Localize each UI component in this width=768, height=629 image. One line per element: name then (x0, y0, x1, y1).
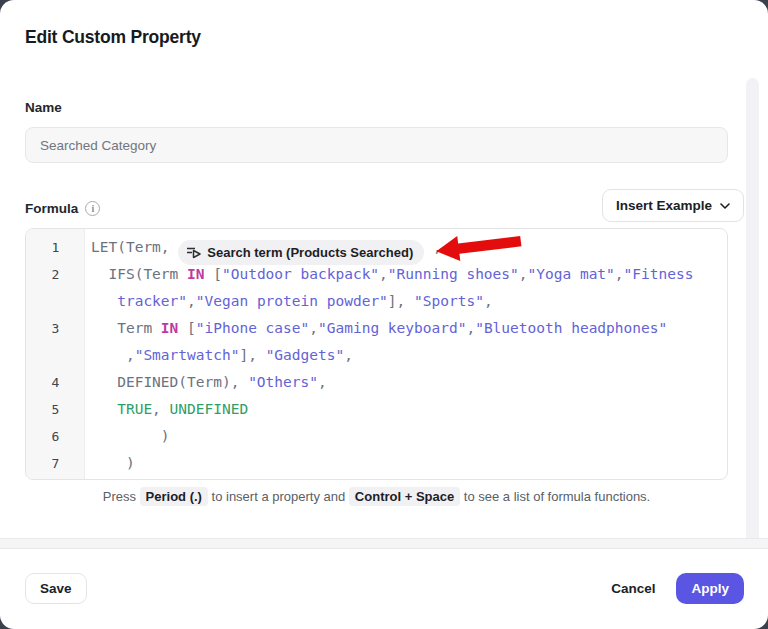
editor-row: 1LET(Term, Search term (Products Searche… (26, 234, 727, 261)
code-segment: ], (388, 293, 414, 309)
code-segment: ) (91, 455, 135, 471)
code-segment: IN (187, 266, 204, 282)
code-line: ) (85, 423, 727, 450)
code-segment: , (152, 401, 169, 417)
kbd-period: Period (.) (140, 487, 208, 506)
hint-suffix: to see a list of formula functions. (460, 489, 650, 504)
code-segment: tracker" (117, 293, 187, 309)
code-segment: , (466, 320, 475, 336)
edit-custom-property-modal: Edit Custom Property Name Formula i Inse… (0, 0, 768, 629)
code-line: TRUE, UNDEFINED (85, 396, 727, 423)
line-number (26, 342, 85, 369)
code-segment: IN (161, 320, 178, 336)
code-segment: UNDEFINED (170, 401, 249, 417)
code-segment (91, 293, 117, 309)
name-label: Name (25, 100, 62, 115)
line-number: 2 (26, 261, 85, 288)
code-segment: "Others" (248, 374, 318, 390)
editor-row: 2 IFS(Term IN ["Outdoor backpack","Runni… (26, 261, 727, 288)
code-segment: "Sports" (414, 293, 484, 309)
editor-hint-text: Press Period (.) to insert a property an… (25, 489, 728, 504)
code-segment: "Vegan protein powder" (196, 293, 388, 309)
code-segment: DEFINED(Term), (91, 374, 248, 390)
code-segment: "Running shoes" (388, 266, 519, 282)
code-segment: ], (239, 347, 265, 363)
line-number: 7 (26, 450, 85, 477)
page-title: Edit Custom Property (25, 27, 201, 48)
line-number (26, 288, 85, 315)
code-segment: , (424, 239, 441, 255)
line-number: 1 (26, 234, 85, 261)
code-segment: "iPhone case" (196, 320, 310, 336)
save-button[interactable]: Save (25, 573, 87, 604)
code-line: LET(Term, Search term (Products Searched… (85, 234, 727, 261)
line-number: 4 (26, 369, 85, 396)
code-segment: IFS(Term (91, 266, 187, 282)
code-line: tracker","Vegan protein powder"], "Sport… (85, 288, 727, 315)
code-segment: , (379, 266, 388, 282)
editor-row: 5 TRUE, UNDEFINED (26, 396, 727, 423)
line-number: 5 (26, 396, 85, 423)
code-line: DEFINED(Term), "Others", (85, 369, 727, 396)
code-segment: "Outdoor backpack" (222, 266, 379, 282)
kbd-control-space: Control + Space (349, 487, 460, 506)
code-segment: , (91, 347, 135, 363)
footer-divider (0, 538, 768, 549)
code-line: ,"Smartwatch"], "Gadgets", (85, 342, 727, 369)
vertical-scrollbar[interactable] (746, 78, 759, 544)
editor-row: 6 ) (26, 423, 727, 450)
code-segment: , (484, 293, 493, 309)
code-segment: [ (205, 266, 222, 282)
code-segment: [ (178, 320, 195, 336)
code-line: Term IN ["iPhone case","Gaming keyboard"… (85, 315, 727, 342)
line-number: 6 (26, 423, 85, 450)
editor-row: tracker","Vegan protein powder"], "Sport… (26, 288, 727, 315)
editor-rows: 1LET(Term, Search term (Products Searche… (26, 234, 727, 477)
code-segment: , (187, 293, 196, 309)
code-segment: Term (91, 320, 161, 336)
apply-button[interactable]: Apply (676, 573, 744, 604)
code-segment: "Bluetooth headphones" (475, 320, 667, 336)
hint-prefix: Press (103, 489, 140, 504)
code-segment: "Gadgets" (266, 347, 345, 363)
code-line: ) (85, 450, 727, 477)
cancel-button[interactable]: Cancel (611, 581, 655, 596)
code-segment: "Fitness (624, 266, 694, 282)
formula-label: Formula (25, 201, 78, 216)
code-segment: , (344, 347, 353, 363)
editor-row: ,"Smartwatch"], "Gadgets", (26, 342, 727, 369)
insert-example-label: Insert Example (616, 198, 712, 213)
code-segment: , (318, 374, 327, 390)
editor-row: 4 DEFINED(Term), "Others", (26, 369, 727, 396)
chevron-down-icon (720, 203, 730, 209)
code-segment: ) (91, 428, 170, 444)
formula-editor[interactable]: 1LET(Term, Search term (Products Searche… (25, 228, 728, 480)
code-segment: , (519, 266, 528, 282)
insert-example-button[interactable]: Insert Example (602, 189, 744, 222)
editor-row: 7 ) (26, 450, 727, 477)
hint-middle: to insert a property and (208, 489, 349, 504)
line-number: 3 (26, 315, 85, 342)
code-segment: TRUE (91, 401, 152, 417)
code-segment: , (615, 266, 624, 282)
code-segment: "Smartwatch" (135, 347, 240, 363)
code-segment: LET(Term, (91, 239, 178, 255)
editor-row: 3 Term IN ["iPhone case","Gaming keyboar… (26, 315, 727, 342)
name-input[interactable] (25, 127, 728, 163)
code-segment: "Gaming keyboard" (318, 320, 466, 336)
code-segment: "Yoga mat" (528, 266, 615, 282)
list-cursor-icon (187, 246, 201, 259)
code-line: IFS(Term IN ["Outdoor backpack","Running… (85, 261, 727, 288)
code-segment: , (309, 320, 318, 336)
info-icon[interactable]: i (85, 201, 100, 216)
